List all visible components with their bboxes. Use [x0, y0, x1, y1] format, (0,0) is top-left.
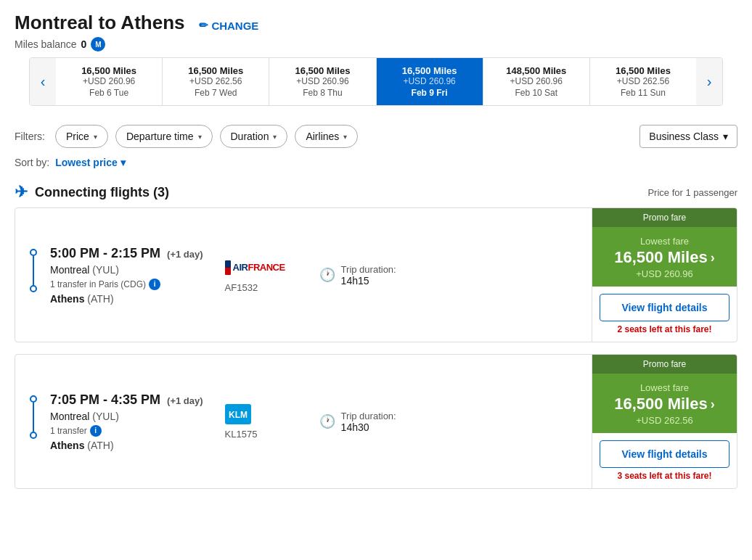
class-select[interactable]: Business Class ▾	[639, 125, 737, 148]
view-flight-details-button[interactable]: View flight details	[600, 294, 729, 321]
date-miles: 16,500 Miles	[596, 65, 690, 76]
flight-card-1: 7:05 PM - 4:35 PM (+1 day) Montreal (YUL…	[15, 354, 737, 489]
date-carousel: ‹ 16,500 Miles +USD 260.96 Feb 6 Tue 16,…	[29, 57, 723, 106]
arrow-icon: ›	[711, 250, 715, 265]
filter-btn-departure-time[interactable]: Departure time▾	[115, 125, 213, 148]
plus-day: (+1 day)	[167, 395, 203, 406]
date-label: Feb 7 Wed	[168, 88, 263, 98]
filter-btn-price[interactable]: Price▾	[55, 125, 108, 148]
flight-card-0: 5:00 PM - 2:15 PM (+1 day) Montreal (YUL…	[15, 207, 737, 342]
sort-bar: Sort by: Lowest price ▾	[0, 154, 752, 177]
chevron-down-icon: ▾	[273, 133, 277, 141]
transfer-info: 1 transfer in Paris (CDG) i	[50, 279, 203, 290]
date-cell-1[interactable]: 16,500 Miles +USD 262.56 Feb 7 Wed	[162, 58, 269, 105]
date-label: Feb 10 Sat	[489, 88, 584, 98]
chevron-down-icon: ▾	[94, 133, 97, 141]
sort-value[interactable]: Lowest price ▾	[55, 157, 126, 168]
filter-btn-duration[interactable]: Duration▾	[220, 125, 288, 148]
pencil-icon: ✏	[199, 19, 208, 32]
change-button[interactable]: ✏ CHANGE	[199, 19, 258, 32]
date-cell-0[interactable]: 16,500 Miles +USD 260.96 Feb 6 Tue	[56, 58, 162, 105]
flight-route: 7:05 PM - 4:35 PM (+1 day) Montreal (YUL…	[50, 392, 203, 451]
date-usd: +USD 262.56	[168, 76, 263, 86]
date-usd: +USD 260.96	[383, 76, 477, 86]
date-usd: +USD 260.96	[275, 76, 369, 86]
date-miles: 16,500 Miles	[275, 65, 369, 76]
flight-main: 5:00 PM - 2:15 PM (+1 day) Montreal (YUL…	[15, 208, 592, 342]
arrival-time: 4:35 PM	[111, 392, 160, 407]
chevron-down-icon: ▾	[198, 133, 202, 141]
route-line	[30, 249, 37, 292]
carousel-next-button[interactable]: ›	[696, 58, 722, 105]
fare-label: Lowest fare	[640, 236, 689, 247]
info-icon[interactable]: i	[149, 279, 160, 290]
coin-icon: M	[91, 37, 105, 52]
usd-value: +USD 260.96	[636, 268, 692, 279]
arrival-time: 2:15 PM	[111, 246, 160, 260]
flights-container: 5:00 PM - 2:15 PM (+1 day) Montreal (YUL…	[0, 207, 752, 489]
flight-time-range: 5:00 PM - 2:15 PM (+1 day)	[50, 246, 203, 261]
flight-route: 5:00 PM - 2:15 PM (+1 day) Montreal (YUL…	[50, 246, 203, 305]
price-panel: Promo fare Lowest fare 16,500 Miles › +U…	[592, 208, 737, 342]
route-vertical-line	[33, 403, 34, 432]
price-panel: Promo fare Lowest fare 16,500 Miles › +U…	[592, 355, 737, 488]
trip-duration: 🕐 Trip duration: 14h30	[319, 411, 414, 433]
miles-value: 16,500 Miles ›	[614, 395, 714, 413]
origin-dot	[30, 395, 37, 403]
origin: Montreal (YUL)	[50, 264, 203, 276]
airline-logo: AIRFRANCE	[225, 258, 285, 278]
airline-info: KLM KL1575	[225, 404, 298, 440]
date-usd: +USD 260.96	[62, 76, 156, 86]
usd-value: +USD 262.56	[636, 415, 692, 426]
date-cell-3[interactable]: 16,500 Miles +USD 260.96 Feb 9 Fri	[376, 58, 483, 105]
flight-main: 7:05 PM - 4:35 PM (+1 day) Montreal (YUL…	[15, 355, 592, 488]
departure-time: 5:00 PM	[50, 246, 99, 260]
promo-banner: Promo fare	[592, 355, 737, 374]
date-label: Feb 8 Thu	[275, 88, 369, 98]
view-flight-details-button[interactable]: View flight details	[600, 440, 729, 468]
origin-dot	[30, 249, 37, 256]
airline-info: AIRFRANCE AF1532	[225, 258, 298, 293]
plus-day: (+1 day)	[167, 249, 203, 260]
date-cell-5[interactable]: 16,500 Miles +USD 262.56 Feb 11 Sun	[589, 58, 696, 105]
sort-label: Sort by:	[15, 157, 49, 168]
page-header: Montreal to Athens ✏ CHANGE Miles balanc…	[0, 0, 752, 57]
date-usd: +USD 260.96	[489, 76, 584, 86]
carousel-dates: 16,500 Miles +USD 260.96 Feb 6 Tue 16,50…	[56, 58, 696, 105]
airfrance-logo: AIRFRANCE	[225, 260, 285, 275]
lowest-fare-block: Lowest fare 16,500 Miles › +USD 262.56	[592, 374, 737, 433]
trip-duration: 🕐 Trip duration: 14h15	[319, 264, 414, 287]
date-miles: 16,500 Miles	[168, 65, 263, 76]
arrow-icon: ›	[711, 397, 715, 412]
flight-number: KL1575	[225, 429, 258, 440]
destination: Athens (ATH)	[50, 440, 203, 451]
clock-icon: 🕐	[319, 413, 335, 429]
filter-btn-airlines[interactable]: Airlines▾	[295, 125, 358, 148]
flight-number: AF1532	[225, 282, 258, 293]
chevron-down-icon: ▾	[723, 131, 728, 142]
carousel-prev-button[interactable]: ‹	[30, 58, 56, 105]
price-info: Price for 1 passenger	[647, 187, 737, 198]
origin: Montreal (YUL)	[50, 411, 203, 422]
klm-logo: KLM	[225, 404, 251, 424]
date-usd: +USD 262.56	[596, 76, 690, 86]
route-line	[30, 395, 37, 439]
date-miles: 148,500 Miles	[489, 65, 584, 76]
plane-icon: ✈	[15, 183, 28, 202]
chevron-down-icon: ▾	[343, 133, 347, 141]
fare-label: Lowest fare	[640, 382, 689, 393]
section-title: ✈ Connecting flights (3)	[15, 183, 169, 202]
dest-dot	[30, 285, 37, 292]
transfer-info: 1 transfer i	[50, 425, 203, 437]
date-cell-4[interactable]: 148,500 Miles +USD 260.96 Feb 10 Sat	[483, 58, 589, 105]
flight-times: 7:05 PM - 4:35 PM (+1 day) Montreal (YUL…	[50, 392, 203, 451]
promo-banner: Promo fare	[592, 208, 737, 227]
airline-logo: KLM	[225, 404, 251, 424]
route-vertical-line	[33, 256, 34, 285]
filters-label: Filters:	[15, 131, 45, 142]
duration-value: 14h15	[341, 275, 396, 287]
date-cell-2[interactable]: 16,500 Miles +USD 260.96 Feb 8 Thu	[269, 58, 375, 105]
lowest-fare-block: Lowest fare 16,500 Miles › +USD 260.96	[592, 227, 737, 287]
miles-value: 16,500 Miles ›	[614, 248, 714, 267]
info-icon[interactable]: i	[90, 425, 102, 437]
